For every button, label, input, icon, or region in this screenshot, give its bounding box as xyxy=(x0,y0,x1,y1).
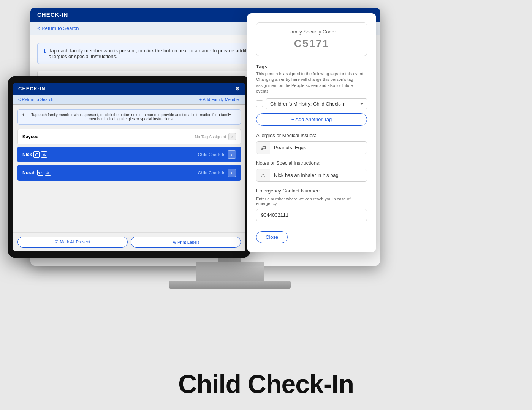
tablet-info-icon: ℹ xyxy=(22,113,24,121)
notes-icon: ⚠ xyxy=(256,169,270,181)
tablet-header: CHECK-IN ⚙ xyxy=(13,83,245,95)
tablet-bottom-bar: ☑ Mark All Present 🖨 Print Labels xyxy=(13,232,245,251)
emergency-label: Emergency Contact Number: xyxy=(256,188,367,194)
nick-note-icon: ⚠ xyxy=(41,151,47,158)
norah-note-icon: ⚠ xyxy=(45,170,51,176)
emergency-input[interactable] xyxy=(256,209,367,221)
tablet-tag-nick: Child Check-In xyxy=(198,152,225,157)
notes-input-row: ⚠ xyxy=(256,169,367,182)
info-icon: ℹ xyxy=(44,48,46,59)
tablet: CHECK-IN ⚙ < Return to Search + Add Fami… xyxy=(8,76,251,258)
page-title: Child Check-In xyxy=(178,369,354,399)
tablet-settings-icon[interactable]: ⚙ xyxy=(235,86,240,91)
allergies-input[interactable] xyxy=(270,142,367,153)
nick-allergy-icon: 🏷 xyxy=(33,151,40,158)
tag-dropdown[interactable]: Children's Ministry: Child Check-In xyxy=(266,98,367,109)
norah-allergy-icon: 🏷 xyxy=(37,170,43,176)
add-tag-button[interactable]: + Add Another Tag xyxy=(256,113,367,126)
modal-panel: Family Security Code: C5171 Tags: This p… xyxy=(247,13,376,252)
tablet-nav: < Return to Search + Add Family Member xyxy=(13,95,245,105)
allergies-label: Allergies or Medical Issues: xyxy=(256,132,367,138)
mark-all-present-button[interactable]: ☑ Mark All Present xyxy=(17,237,128,248)
emergency-section: Emergency Contact Number: Enter a number… xyxy=(256,188,367,221)
tag-checkbox[interactable] xyxy=(256,100,263,107)
desktop-app-title: CHECK-IN xyxy=(37,11,68,18)
security-code-value: C5171 xyxy=(263,38,361,50)
tags-desc: This person is assigned to the following… xyxy=(256,71,367,95)
tablet-row-kaycee[interactable]: Kaycee No Tag Assigned › xyxy=(17,129,241,144)
tag-select-row: Children's Ministry: Child Check-In xyxy=(256,98,367,109)
close-button[interactable]: Close xyxy=(256,231,288,243)
monitor-base xyxy=(169,281,291,289)
tablet-info-box: ℹ Tap each family member who is present,… xyxy=(17,109,241,125)
tablet-chevron-norah[interactable]: › xyxy=(228,169,236,177)
tablet-content: ℹ Tap each family member who is present,… xyxy=(13,105,245,232)
tablet-member-name-norah: Norah 🏷 ⚠ xyxy=(22,170,51,176)
tablet-member-name-kaycee: Kaycee xyxy=(22,134,38,139)
security-code-label: Family Security Code: xyxy=(263,29,361,35)
tags-section: Tags: This person is assigned to the fol… xyxy=(256,64,367,126)
security-code-box: Family Security Code: C5171 xyxy=(256,22,367,56)
print-labels-label: 🖨 Print Labels xyxy=(172,240,200,244)
emergency-desc: Enter a number where we can reach you in… xyxy=(256,197,367,206)
print-labels-button[interactable]: 🖨 Print Labels xyxy=(131,237,241,248)
mark-all-label: ☑ Mark All Present xyxy=(55,240,90,244)
notes-section: Notes or Special Instructions: ⚠ xyxy=(256,160,367,182)
notes-input[interactable] xyxy=(270,169,367,181)
notes-label: Notes or Special Instructions: xyxy=(256,160,367,166)
desktop-return-link[interactable]: < Return to Search xyxy=(37,25,79,31)
tablet-tag-kaycee: No Tag Assigned xyxy=(195,134,226,139)
tablet-tag-norah: Child Check-In xyxy=(198,170,225,175)
allergies-icon: 🏷 xyxy=(256,142,270,154)
tablet-frame: CHECK-IN ⚙ < Return to Search + Add Fami… xyxy=(8,76,251,258)
tablet-row-nick[interactable]: Nick 🏷 ⚠ Child Check-In › xyxy=(17,147,241,162)
tablet-app-title: CHECK-IN xyxy=(18,86,46,91)
tablet-row-norah[interactable]: Norah 🏷 ⚠ Child Check-In › xyxy=(17,165,241,181)
tablet-return-link[interactable]: < Return to Search xyxy=(18,97,54,102)
tablet-chevron-nick[interactable]: › xyxy=(228,150,236,159)
tablet-info-text: Tap each family member who is present, o… xyxy=(26,113,236,121)
tablet-screen: CHECK-IN ⚙ < Return to Search + Add Fami… xyxy=(13,83,245,251)
tablet-chevron-kaycee[interactable]: › xyxy=(228,133,236,140)
tags-title: Tags: xyxy=(256,64,367,69)
tablet-add-family-link[interactable]: + Add Family Member xyxy=(200,97,240,102)
tablet-member-name-nick: Nick 🏷 ⚠ xyxy=(22,151,47,158)
allergies-input-row: 🏷 xyxy=(256,141,367,154)
allergies-section: Allergies or Medical Issues: 🏷 xyxy=(256,132,367,154)
